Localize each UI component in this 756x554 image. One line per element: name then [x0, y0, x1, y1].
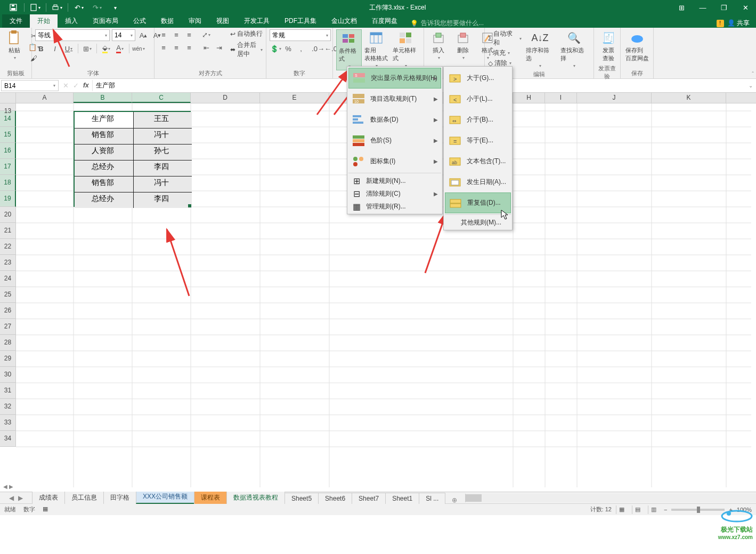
menu-less-than[interactable]: <小于(L)... [445, 89, 511, 109]
color-scales-icon [352, 134, 365, 148]
svg-rect-84 [451, 180, 459, 185]
menu-text-contains[interactable]: ab文本包含(T)... [445, 151, 511, 172]
watermark: 极光下载站 www.xz7.com [718, 507, 753, 540]
menu-more-rules[interactable]: 其他规则(M)... [445, 216, 511, 229]
top-rules-icon: 10 [352, 92, 365, 106]
svg-rect-85 [450, 199, 461, 203]
svg-rect-66 [353, 122, 363, 124]
svg-text:=: = [453, 138, 457, 144]
watermark-logo-icon [721, 507, 753, 525]
clear-rules-icon: ⊟ [352, 187, 361, 200]
watermark-site: 极光下载站 [721, 525, 753, 534]
svg-text:ab: ab [452, 160, 457, 165]
watermark-url: www.xz7.com [718, 534, 753, 540]
svg-point-93 [727, 511, 731, 516]
svg-line-87 [53, 30, 69, 67]
menu-new-rule[interactable]: ⊞ 新建规则(N)... [348, 174, 441, 187]
menu-top-rules[interactable]: 10 项目选取规则(T)▶ [348, 89, 441, 109]
svg-rect-86 [450, 204, 461, 207]
svg-point-71 [359, 157, 363, 161]
svg-point-72 [353, 162, 357, 166]
conditional-format-menu: S 突出显示单元格规则(H) ▶ 10 项目选取规则(T)▶ 数据条(D)▶ 色… [347, 66, 443, 214]
text-contains-icon: ab [448, 155, 462, 168]
svg-text:10: 10 [354, 100, 359, 103]
menu-clear-rules[interactable]: ⊟ 清除规则(C)▶ [348, 187, 441, 200]
menu-manage-rules[interactable]: ▦ 管理规则(R)... [348, 200, 441, 213]
gt-icon: > [448, 71, 462, 85]
svg-text:S: S [355, 74, 357, 77]
svg-text:>: > [453, 76, 457, 82]
svg-point-92 [722, 511, 752, 521]
duplicate-icon [449, 196, 462, 210]
menu-between[interactable]: ⇔介于(B)... [445, 109, 511, 130]
date-icon [448, 175, 462, 189]
svg-rect-68 [353, 139, 364, 142]
highlight-rules-submenu: >大于(G)... <小于(L)... ⇔介于(B)... =等于(E)... … [443, 66, 513, 230]
svg-line-88 [167, 229, 189, 296]
manage-rules-icon: ▦ [352, 199, 361, 213]
menu-icon-sets[interactable]: 图标集(I)▶ [348, 151, 441, 172]
new-rule-icon: ⊞ [352, 174, 361, 188]
svg-line-89 [317, 69, 349, 115]
menu-equal[interactable]: =等于(E)... [445, 130, 511, 151]
svg-rect-67 [353, 135, 364, 139]
between-icon: ⇔ [448, 113, 462, 127]
menu-highlight-rules[interactable]: S 突出显示单元格规则(H) ▶ [348, 68, 441, 89]
menu-date-occurring[interactable]: 发生日期(A)... [445, 172, 511, 192]
menu-color-scales[interactable]: 色阶(S)▶ [348, 130, 441, 151]
svg-text:<: < [453, 97, 457, 103]
svg-rect-61 [353, 94, 364, 98]
highlight-rules-icon: S [352, 71, 366, 85]
lt-icon: < [448, 92, 462, 106]
svg-rect-69 [353, 143, 364, 146]
svg-text:⇔: ⇔ [452, 118, 457, 124]
svg-rect-59 [353, 78, 365, 83]
svg-rect-65 [353, 118, 358, 121]
icon-sets-icon [352, 155, 365, 168]
menu-data-bars[interactable]: 数据条(D)▶ [348, 109, 441, 130]
svg-point-70 [353, 157, 357, 161]
menu-duplicate-values[interactable]: 重复值(D)... [445, 192, 511, 213]
submenu-arrow-icon: ▶ [433, 75, 437, 81]
svg-rect-64 [353, 115, 361, 117]
menu-greater-than[interactable]: >大于(G)... [445, 68, 511, 89]
data-bars-icon [352, 113, 365, 127]
eq-icon: = [448, 134, 462, 148]
